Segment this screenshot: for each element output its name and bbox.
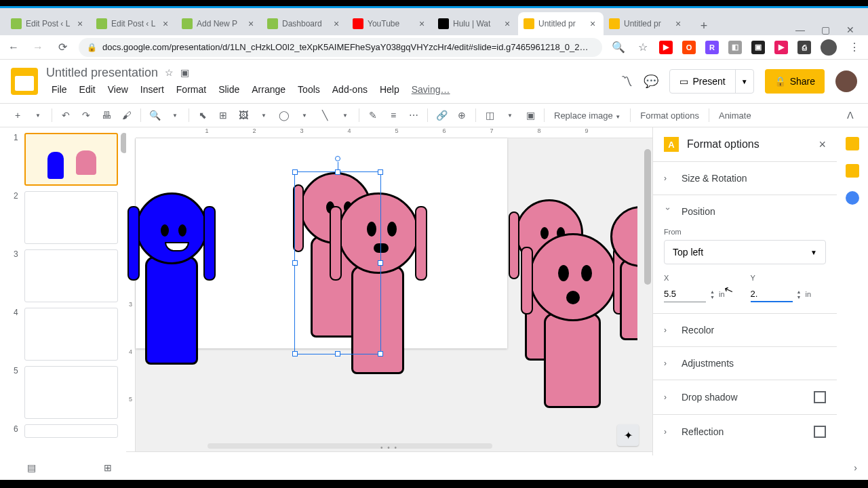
x-stepper[interactable]: ▲▼ [710,289,715,300]
line-tool[interactable]: ╲ [315,106,334,125]
menu-slide[interactable]: Slide [213,81,245,98]
ext-icon[interactable]: R [705,41,719,54]
menu-insert[interactable]: Insert [135,81,170,98]
slide-thumbnail-5[interactable] [24,366,118,419]
ext-icon[interactable]: ◧ [728,41,742,54]
reload-button[interactable]: ⟳ [54,39,71,56]
menu-edit[interactable]: Edit [74,81,101,98]
forward-button[interactable]: → [30,39,46,56]
pink-character-4[interactable] [529,233,617,408]
window-maximize-icon[interactable]: ▢ [821,24,830,35]
pink-character-2[interactable] [338,192,419,374]
move-icon[interactable]: ▣ [180,67,189,78]
line-dropdown[interactable]: ▼ [336,106,355,125]
calendar-icon[interactable] [846,137,859,150]
zoom-button[interactable]: 🔍 [145,106,164,125]
share-button[interactable]: 🔒 Share [765,69,825,94]
menu-format[interactable]: Format [171,81,212,98]
zoom-icon[interactable]: 🔍 [610,39,627,56]
border-color-button[interactable]: ✎ [363,106,382,125]
shape-dropdown[interactable]: ▼ [295,106,314,125]
present-button[interactable]: ▭Present ▼ [669,69,753,94]
slide-thumbnail-1[interactable] [24,133,118,186]
position-section[interactable]: › Position [653,195,837,228]
scrollbar[interactable] [121,133,126,153]
slide-thumbnail-6[interactable] [24,424,118,438]
menu-view[interactable]: View [102,81,134,98]
redo-button[interactable]: ↷ [77,106,96,125]
new-tab-button[interactable]: + [694,16,713,35]
mask-button[interactable]: ▣ [521,106,540,125]
print-button[interactable]: 🖶 [97,106,116,125]
tasks-icon[interactable] [846,191,859,205]
tab-close-icon[interactable]: × [502,18,513,29]
dropshadow-section[interactable]: › Drop shadow [653,380,837,414]
grid-view-icon[interactable]: ⊞ [104,462,112,473]
document-title[interactable]: Untitled presentation [46,66,158,80]
filmstrip-view-icon[interactable]: ▤ [27,462,36,473]
reflection-checkbox[interactable] [814,426,826,438]
comments-icon[interactable]: 💬 [644,74,658,89]
image-dropdown[interactable]: ▼ [254,106,273,125]
url-field[interactable]: 🔒 docs.google.com/presentation/d/1LN_cHz… [79,38,602,57]
size-rotation-section[interactable]: › Size & Rotation [653,162,837,195]
from-select[interactable]: Top left ▼ [664,240,826,264]
border-weight-button[interactable]: ≡ [384,106,403,125]
adjustments-section[interactable]: › Adjustments [653,347,837,380]
select-tool[interactable]: ⬉ [193,106,212,125]
recolor-section[interactable]: › Recolor [653,314,837,346]
new-slide-button[interactable]: + [8,106,27,125]
cast-icon[interactable]: ⎙ [797,41,811,54]
present-dropdown[interactable]: ▼ [735,70,753,93]
link-button[interactable]: 🔗 [432,106,451,125]
window-minimize-icon[interactable]: — [795,24,805,35]
close-panel-button[interactable]: × [818,138,826,152]
menu-addons[interactable]: Add-ons [327,81,373,98]
profile-avatar[interactable] [821,39,837,56]
scrollbar-vertical[interactable] [644,149,651,285]
window-close-icon[interactable]: ✕ [846,24,854,35]
ext-icon[interactable]: ▶ [774,41,788,54]
x-input[interactable] [664,286,706,302]
paint-format-button[interactable]: 🖌 [117,106,136,125]
reflection-section[interactable]: › Reflection [653,415,837,449]
format-options-button[interactable]: Format options [635,110,705,121]
menu-arrange[interactable]: Arrange [246,81,291,98]
browser-tab[interactable]: Edit Post ‹ L× [5,12,91,35]
ext-youtube-icon[interactable]: ▶ [659,41,673,54]
tab-close-icon[interactable]: × [160,18,171,29]
image-tool[interactable]: 🖼 [234,106,253,125]
expand-side-panel-icon[interactable]: › [854,462,857,473]
browser-tab[interactable]: Edit Post ‹ L× [91,12,176,35]
activity-icon[interactable]: 〽 [620,75,633,89]
new-slide-dropdown[interactable]: ▼ [28,106,47,125]
y-input[interactable] [751,286,793,302]
undo-button[interactable]: ↶ [56,106,75,125]
star-icon[interactable]: ☆ [635,39,651,56]
slides-logo-icon[interactable] [11,68,38,95]
chrome-menu-icon[interactable]: ⋮ [846,39,863,56]
tab-close-icon[interactable]: × [673,18,684,29]
menu-tools[interactable]: Tools [292,81,326,98]
browser-tab[interactable]: Add New P× [176,12,262,35]
slide-thumbnail-4[interactable] [24,308,118,361]
crop-button[interactable]: ◫ [480,106,499,125]
border-dash-button[interactable]: ⋯ [404,106,423,125]
tab-close-icon[interactable]: × [75,18,85,29]
browser-tab-active[interactable]: Untitled pr× [518,12,604,35]
menu-file[interactable]: File [46,81,73,98]
tab-close-icon[interactable]: × [587,18,598,29]
replace-image-button[interactable]: Replace image ▼ [549,110,626,121]
browser-tab[interactable]: Untitled pr× [604,12,689,35]
ext-icon[interactable]: O [682,41,696,54]
explore-button[interactable]: ✦ [617,424,639,446]
browser-tab[interactable]: Dashboard× [262,12,347,35]
tab-close-icon[interactable]: × [245,18,256,29]
pink-character-5[interactable] [610,206,637,340]
y-stepper[interactable]: ▲▼ [797,289,802,300]
menu-help[interactable]: Help [374,81,405,98]
collapse-toolbar-icon[interactable]: ᐱ [841,106,860,125]
shape-tool[interactable]: ◯ [275,106,294,125]
scrollbar-horizontal[interactable] [208,443,492,449]
comment-button[interactable]: ⊕ [452,106,471,125]
